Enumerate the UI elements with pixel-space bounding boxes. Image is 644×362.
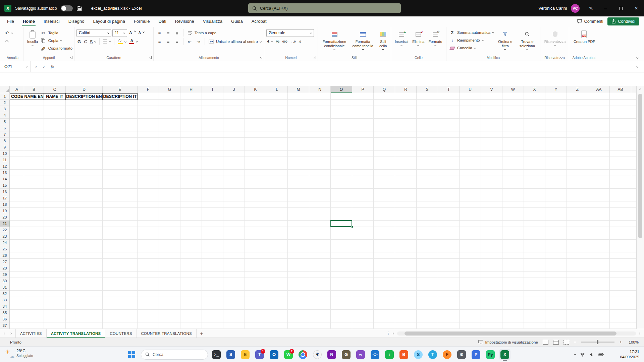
column-header-F[interactable]: F (138, 86, 159, 93)
row-header-18[interactable]: 18 (0, 201, 9, 208)
row-header-29[interactable]: 29 (0, 272, 9, 278)
row-header-32[interactable]: 32 (0, 291, 9, 297)
share-button[interactable]: Condividi (607, 17, 639, 25)
expand-formula-bar-button[interactable] (631, 66, 644, 67)
row-header-35[interactable]: 35 (0, 310, 9, 316)
column-header-O[interactable]: O (331, 86, 352, 93)
clear-button[interactable]: Cancella (448, 44, 495, 52)
row-header-3[interactable]: 3 (0, 106, 9, 112)
sheet-tab-counter-translations[interactable]: COUNTER TRANSLATIONS (137, 329, 197, 338)
column-header-D[interactable]: D (66, 86, 103, 93)
row-header-16[interactable]: 16 (0, 189, 9, 195)
row-header-20[interactable]: 20 (0, 214, 9, 221)
row-header-26[interactable]: 26 (0, 252, 9, 259)
row-header-21[interactable]: 21 (0, 221, 9, 227)
ribbon-tab-inserisci[interactable]: Inserisci (39, 16, 64, 26)
cell-D1[interactable]: DESCRIPTION EN (65, 93, 103, 100)
taskbar-vscode-icon[interactable]: <> (369, 349, 381, 360)
row-header-15[interactable]: 15 (0, 182, 9, 189)
insert-cells-button[interactable]: + Inserisci (393, 28, 410, 55)
taskbar-gimp-icon[interactable]: G (340, 349, 352, 360)
italic-button[interactable]: C (83, 38, 88, 45)
comma-style-button[interactable]: 000 (281, 38, 288, 45)
row-header-34[interactable]: 34 (0, 303, 9, 310)
ribbon-tab-guida[interactable]: Guida (227, 16, 247, 26)
tab-splitter-grip[interactable]: ⋮ (386, 331, 390, 336)
column-header-Y[interactable]: Y (545, 86, 567, 93)
align-bottom-button[interactable]: ≡ (173, 29, 181, 37)
wifi-icon[interactable] (580, 352, 585, 357)
fill-button[interactable]: ↓Riempimento (448, 37, 495, 44)
paste-button[interactable]: Incolla (25, 28, 40, 55)
decrease-indent-button[interactable]: ⇤ (186, 38, 194, 45)
row-header-36[interactable]: 36 (0, 316, 9, 322)
carattere-dialog-launcher[interactable] (149, 56, 152, 59)
maximize-button[interactable] (613, 0, 629, 16)
cell-B1[interactable]: NAME EN (24, 93, 44, 100)
sheet-tab-activity-translations[interactable]: ACTIVITY TRANSLATIONS (47, 329, 106, 338)
align-middle-button[interactable]: ≡ (164, 29, 172, 37)
increase-indent-button[interactable]: ⇥ (195, 38, 202, 45)
cell-C1[interactable]: NAME IT (44, 93, 66, 100)
row-header-17[interactable]: 17 (0, 195, 9, 201)
weather-widget[interactable]: ☀☁ 28°C Soleggiato (5, 349, 33, 358)
align-right-button[interactable]: ≡ (173, 38, 181, 45)
format-cells-button[interactable]: ⚙ Formato (427, 28, 444, 55)
display-settings-button[interactable]: Impostazioni di visualizzazione (478, 340, 538, 344)
taskbar-photos-icon[interactable]: P (470, 349, 482, 360)
page-layout-view-button[interactable] (553, 340, 559, 345)
column-header-L[interactable]: L (266, 86, 288, 93)
font-color-button[interactable]: A (128, 38, 139, 45)
row-header-5[interactable]: 5 (0, 119, 9, 125)
row-header-10[interactable]: 10 (0, 150, 9, 157)
row-header-9[interactable]: 9 (0, 144, 9, 150)
pen-icon[interactable]: ✎ (584, 6, 598, 11)
shrink-font-button[interactable]: A (138, 29, 145, 37)
sensitivity-button[interactable]: Riservatezza (542, 28, 568, 55)
system-tray[interactable] (574, 347, 604, 362)
tray-chevron-icon[interactable] (574, 354, 576, 356)
ribbon-tab-revisione[interactable]: Revisione (171, 16, 199, 26)
ribbon-tab-home[interactable]: Home (18, 16, 39, 26)
column-header-Z[interactable]: Z (567, 86, 588, 93)
ribbon-tab-disegno[interactable]: Disegno (64, 16, 89, 26)
taskbar-terminal-icon[interactable]: >_ (211, 349, 222, 360)
column-header-U[interactable]: U (460, 86, 481, 93)
horizontal-scrollbar[interactable] (393, 330, 640, 337)
battery-icon[interactable] (598, 353, 604, 356)
taskbar-telegram-icon[interactable]: T (427, 349, 438, 360)
page-break-view-button[interactable] (564, 340, 569, 345)
find-select-button[interactable]: Trova e seleziona (516, 28, 539, 55)
autosave-toggle[interactable] (61, 5, 73, 11)
column-header-A[interactable]: A (10, 86, 24, 93)
row-header-13[interactable]: 13 (0, 170, 9, 176)
column-header-Q[interactable]: Q (374, 86, 395, 93)
column-header-G[interactable]: G (159, 86, 180, 93)
user-name[interactable]: Veronica Carini (538, 6, 567, 11)
column-header-X[interactable]: X (524, 86, 545, 93)
column-header-B[interactable]: B (24, 86, 44, 93)
start-button[interactable] (125, 348, 138, 361)
taskbar-chrome-icon[interactable] (297, 349, 309, 360)
row-header-6[interactable]: 6 (0, 125, 9, 131)
taskbar-outlook-icon[interactable]: O (268, 349, 280, 360)
taskbar-spotify-icon[interactable]: ♪ (384, 349, 395, 360)
percent-style-button[interactable]: % (275, 38, 280, 45)
volume-icon[interactable] (589, 353, 594, 357)
autosum-button[interactable]: ΣSomma automatica (448, 29, 495, 36)
borders-button[interactable] (102, 38, 112, 45)
taskbar-chatgpt-icon[interactable]: ✱ (312, 349, 323, 360)
format-painter-button[interactable]: Copia formato (40, 45, 73, 52)
create-pdf-button[interactable]: PDF Crea un PDF (571, 28, 597, 55)
selected-cell[interactable] (330, 220, 352, 227)
sheet-tab-activities[interactable]: ACTIVITIES (15, 329, 47, 338)
column-header-W[interactable]: W (502, 86, 524, 93)
column-header-V[interactable]: V (481, 86, 502, 93)
column-header-E[interactable]: E (103, 86, 138, 93)
row-header-25[interactable]: 25 (0, 246, 9, 252)
formula-input[interactable] (58, 61, 631, 72)
row-header-4[interactable]: 4 (0, 112, 9, 119)
column-header-R[interactable]: R (395, 86, 417, 93)
column-header-T[interactable]: T (438, 86, 460, 93)
scroll-left-button[interactable] (393, 333, 395, 335)
